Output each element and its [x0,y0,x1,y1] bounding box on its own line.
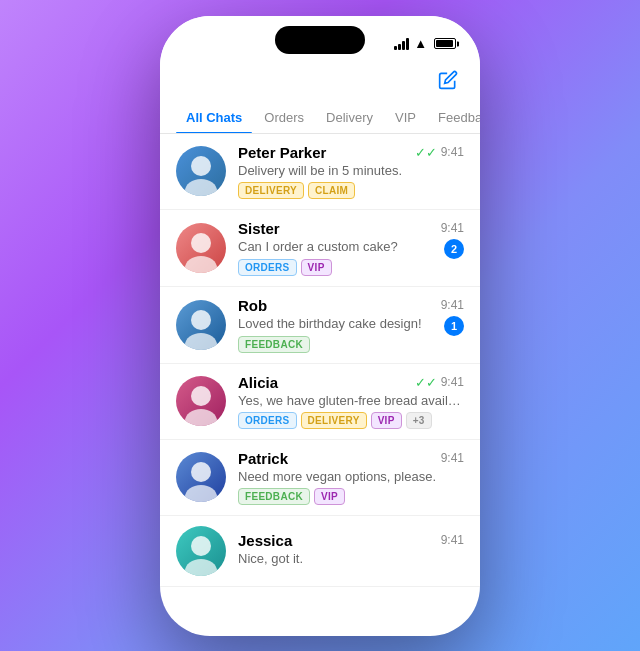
tag-feedback: FEEDBACK [238,488,310,505]
svg-point-10 [191,536,211,556]
chat-name: Sister [238,220,280,237]
avatar [176,300,226,350]
chat-content: Sister9:41Can I order a custom cake?2ORD… [238,220,464,276]
compose-button[interactable] [436,68,460,92]
wifi-icon: ▲ [414,36,427,51]
chat-time: 9:41 [441,298,464,312]
chat-message: Need more vegan options, please. [238,469,464,484]
chat-meta: ✓✓9:41 [415,375,464,390]
avatar [176,452,226,502]
chat-meta: 9:41 [441,533,464,547]
tag-claim: CLAIM [308,182,355,199]
chat-top-row: Alicia✓✓9:41 [238,374,464,391]
chat-tags: ORDERSVIP [238,259,464,276]
read-check-icon: ✓✓ [415,145,437,160]
chat-time: 9:41 [441,145,464,159]
tag-delivery: DELIVERY [238,182,304,199]
chat-time: 9:41 [441,221,464,235]
svg-point-8 [191,462,211,482]
svg-point-2 [191,233,211,253]
dynamic-island [275,26,365,54]
chat-item[interactable]: Rob9:41Loved the birthday cake design!1F… [160,287,480,364]
chat-content: Patrick9:41Need more vegan options, plea… [238,450,464,505]
chat-content: Peter Parker✓✓9:41Delivery will be in 5 … [238,144,464,199]
chat-item[interactable]: Sister9:41Can I order a custom cake?2ORD… [160,210,480,287]
avatar [176,146,226,196]
tab-orders[interactable]: Orders [254,102,314,133]
tag-orders: ORDERS [238,412,297,429]
chat-top-row: Rob9:41 [238,297,464,314]
chat-message: Loved the birthday cake design! [238,316,444,331]
chat-message: Delivery will be in 5 minutes. [238,163,464,178]
chat-content: Alicia✓✓9:41Yes, we have gluten-free bre… [238,374,464,429]
svg-point-0 [191,156,211,176]
phone-frame: ▲ All Chats Orders Delivery VIP Feedback [160,16,480,636]
chat-meta: 9:41 [441,451,464,465]
avatar [176,526,226,576]
unread-badge: 2 [444,239,464,259]
svg-point-7 [185,409,217,426]
chat-item[interactable]: Jessica9:41Nice, got it. [160,516,480,587]
chat-name: Patrick [238,450,288,467]
tab-delivery[interactable]: Delivery [316,102,383,133]
chat-name: Alicia [238,374,278,391]
tab-all-chats[interactable]: All Chats [176,102,252,133]
chat-item[interactable]: Patrick9:41Need more vegan options, plea… [160,440,480,516]
chat-item[interactable]: Peter Parker✓✓9:41Delivery will be in 5 … [160,134,480,210]
svg-point-9 [185,485,217,502]
chat-tags: DELIVERYCLAIM [238,182,464,199]
tag-vip: VIP [314,488,345,505]
chat-message: Can I order a custom cake? [238,239,444,254]
chat-content: Rob9:41Loved the birthday cake design!1F… [238,297,464,353]
chat-tags: FEEDBACKVIP [238,488,464,505]
svg-point-6 [191,386,211,406]
chat-tags: ORDERSDELIVERYVIP+3 [238,412,464,429]
chat-list: Peter Parker✓✓9:41Delivery will be in 5 … [160,134,480,587]
chat-item[interactable]: Alicia✓✓9:41Yes, we have gluten-free bre… [160,364,480,440]
status-bar: ▲ [160,16,480,60]
chat-name: Rob [238,297,267,314]
tabs-container: All Chats Orders Delivery VIP Feedback [160,102,480,134]
chat-meta: 9:41 [441,298,464,312]
tag-more: +3 [406,412,432,429]
status-icons: ▲ [394,36,456,51]
chat-time: 9:41 [441,375,464,389]
chat-time: 9:41 [441,451,464,465]
chat-top-row: Jessica9:41 [238,532,464,549]
tag-delivery: DELIVERY [301,412,367,429]
tab-vip[interactable]: VIP [385,102,426,133]
tag-feedback: FEEDBACK [238,336,310,353]
signal-icon [394,38,409,50]
tag-vip: VIP [371,412,402,429]
avatar [176,376,226,426]
chat-meta: 9:41 [441,221,464,235]
battery-icon [434,38,456,49]
chat-message: Nice, got it. [238,551,464,566]
unread-badge: 1 [444,316,464,336]
chat-tags: FEEDBACK [238,336,464,353]
chat-top-row: Peter Parker✓✓9:41 [238,144,464,161]
chat-name: Peter Parker [238,144,326,161]
svg-point-4 [191,310,211,330]
read-check-icon: ✓✓ [415,375,437,390]
svg-point-5 [185,333,217,350]
chat-top-row: Sister9:41 [238,220,464,237]
header [160,60,480,102]
avatar [176,223,226,273]
chat-message: Yes, we have gluten-free bread available… [238,393,464,408]
chat-top-row: Patrick9:41 [238,450,464,467]
chat-name: Jessica [238,532,292,549]
svg-point-1 [185,179,217,196]
tab-feedback[interactable]: Feedback [428,102,480,133]
tag-orders: ORDERS [238,259,297,276]
tag-vip: VIP [301,259,332,276]
chat-content: Jessica9:41Nice, got it. [238,532,464,570]
svg-point-3 [185,256,217,273]
chat-meta: ✓✓9:41 [415,145,464,160]
svg-point-11 [185,559,217,576]
chat-time: 9:41 [441,533,464,547]
